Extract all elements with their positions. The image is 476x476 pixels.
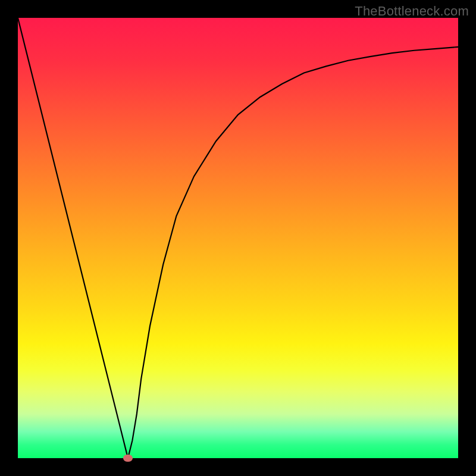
bottleneck-curve (18, 18, 458, 458)
watermark-text: TheBottleneck.com (355, 4, 469, 19)
curve-layer (18, 18, 458, 458)
chart-frame: TheBottleneck.com (0, 0, 476, 476)
min-point-marker (123, 455, 133, 462)
